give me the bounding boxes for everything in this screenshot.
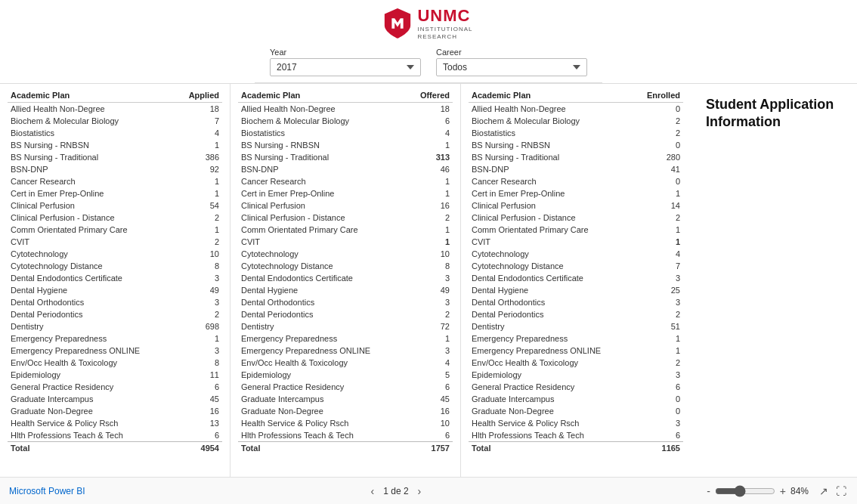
value-cell: 46: [408, 163, 453, 175]
plan-cell: Epidemiology: [238, 369, 408, 381]
table-row: Dental Hygiene25: [469, 284, 683, 296]
table-row: Comm Orientated Primary Care1: [469, 224, 683, 236]
value-cell: 0: [635, 102, 683, 115]
table-row: Dental Orthodontics3: [8, 296, 222, 308]
powerbi-link[interactable]: Microsoft Power BI: [9, 486, 85, 496]
zoom-plus-button[interactable]: +: [780, 485, 786, 497]
offered-table-section: Academic Plan Offered Allied Health Non-…: [230, 84, 461, 477]
value-cell: 10: [408, 417, 453, 429]
plan-cell: Emergency Preparedness ONLINE: [469, 345, 635, 357]
value-cell: 18: [408, 102, 453, 115]
main-container: UNMC INSTITUTIONAL RESEARCH Year 2017 Ca…: [0, 0, 857, 504]
table-row: Dentistry51: [469, 320, 683, 332]
plan-cell: Cert in Emer Prep-Online: [469, 187, 635, 199]
plan-cell: Cancer Research: [469, 175, 635, 187]
value-cell: 13: [177, 417, 222, 429]
plan-cell: Epidemiology: [469, 369, 635, 381]
table-row: Graduate Non-Degree0: [469, 405, 683, 417]
zoom-minus-button[interactable]: -: [707, 485, 710, 497]
zoom-slider[interactable]: [715, 485, 775, 497]
offered-col2-header: Offered: [408, 88, 453, 103]
value-cell: 6: [408, 381, 453, 393]
value-cell: 2: [635, 357, 683, 369]
table-row: Cytotechnology10: [8, 248, 222, 260]
fullscreen-button[interactable]: ⛶: [834, 484, 848, 499]
plan-cell: Cancer Research: [8, 175, 177, 187]
plan-cell: Dental Orthodontics: [238, 296, 408, 308]
table-row: Allied Health Non-Degree0: [469, 102, 683, 115]
offered-col1-header: Academic Plan: [238, 88, 408, 103]
prev-page-button[interactable]: ‹: [368, 484, 378, 499]
unmc-logo: [384, 8, 411, 39]
plan-cell: Comm Orientated Primary Care: [8, 224, 177, 236]
plan-cell: Allied Health Non-Degree: [8, 102, 177, 115]
value-cell: 1: [177, 187, 222, 199]
enrolled-col2-header: Enrolled: [635, 88, 683, 103]
plan-cell: Dentistry: [8, 320, 177, 332]
plan-cell: Dental Hygiene: [238, 284, 408, 296]
table-row: Clinical Perfusion14: [469, 199, 683, 212]
table-row: Cert in Emer Prep-Online1: [238, 187, 453, 199]
plan-cell: General Practice Residency: [8, 381, 177, 393]
value-cell: 1: [408, 332, 453, 345]
table-row: CVIT1: [469, 236, 683, 248]
table-row: Allied Health Non-Degree18: [8, 102, 222, 115]
plan-cell: Health Service & Policy Rsch: [238, 417, 408, 429]
value-cell: 2: [177, 212, 222, 224]
plan-cell: CVIT: [8, 236, 177, 248]
plan-cell: Dentistry: [469, 320, 635, 332]
plan-cell: General Practice Residency: [238, 381, 408, 393]
table-row: BS Nursing - RNBSN1: [8, 139, 222, 151]
plan-cell: Cancer Research: [238, 175, 408, 187]
value-cell: 1: [408, 236, 453, 248]
share-button[interactable]: ↗: [818, 484, 830, 499]
table-row: BSN-DNP46: [238, 163, 453, 175]
value-cell: 45: [177, 393, 222, 405]
table-row: BSN-DNP92: [8, 163, 222, 175]
value-cell: 4: [635, 248, 683, 260]
plan-cell: Graduate Non-Degree: [469, 405, 635, 417]
zoom-level: 84%: [790, 486, 813, 496]
value-cell: 6: [635, 381, 683, 393]
table-row: Comm Orientated Primary Care1: [8, 224, 222, 236]
value-cell: 5: [408, 369, 453, 381]
plan-cell: Dental Endodontics Certificate: [469, 272, 635, 284]
plan-cell: Biochem & Molecular Biology: [469, 115, 635, 127]
logo-area: UNMC INSTITUTIONAL RESEARCH: [384, 6, 472, 42]
table-row: Biostatistics4: [238, 127, 453, 139]
table-row: Dental Endodontics Certificate3: [238, 272, 453, 284]
plan-cell: Cert in Emer Prep-Online: [8, 187, 177, 199]
plan-cell: Cytotechnology: [469, 248, 635, 260]
table-row: Emergency Preparedness1: [469, 332, 683, 345]
plan-cell: Biostatistics: [8, 127, 177, 139]
plan-cell: Dentistry: [238, 320, 408, 332]
value-cell: 1: [408, 224, 453, 236]
plan-cell: Emergency Preparedness ONLINE: [8, 345, 177, 357]
plan-cell: BS Nursing - RNBSN: [8, 139, 177, 151]
year-filter-group: Year 2017: [270, 48, 421, 76]
table-row: BS Nursing - RNBSN0: [469, 139, 683, 151]
table-row: Graduate Intercampus45: [238, 393, 453, 405]
career-select[interactable]: Todos: [436, 58, 587, 76]
value-cell: 6: [635, 429, 683, 442]
plan-cell: BS Nursing - Traditional: [469, 151, 635, 163]
table-row: Cytotechnology10: [238, 248, 453, 260]
next-page-button[interactable]: ›: [415, 484, 425, 499]
plan-cell: BS Nursing - Traditional: [238, 151, 408, 163]
total-row: Total4954: [8, 441, 222, 454]
year-select[interactable]: 2017: [270, 58, 421, 76]
value-cell: 2: [635, 115, 683, 127]
table-row: Biochem & Molecular Biology7: [8, 115, 222, 127]
value-cell: 72: [408, 320, 453, 332]
plan-cell: Cytotechnology: [8, 248, 177, 260]
table-row: Clinical Perfusion54: [8, 199, 222, 212]
table-row: Emergency Preparedness1: [8, 332, 222, 345]
table-row: Cytotechnology4: [469, 248, 683, 260]
plan-cell: Emergency Preparedness: [8, 332, 177, 345]
plan-cell: Clinical Perfusion - Distance: [238, 212, 408, 224]
applied-col2-header: Applied: [177, 88, 222, 103]
table-row: Dental Hygiene49: [8, 284, 222, 296]
value-cell: 1: [408, 175, 453, 187]
table-row: Cert in Emer Prep-Online1: [469, 187, 683, 199]
value-cell: 16: [177, 405, 222, 417]
